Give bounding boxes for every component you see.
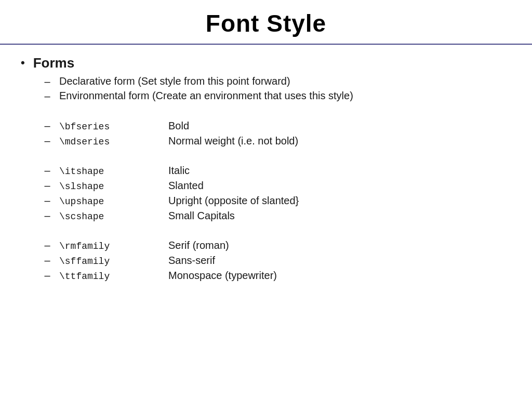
slide-header: Font Style bbox=[0, 0, 532, 45]
ttfamily-desc: Monospace (typewriter) bbox=[168, 270, 277, 282]
dash-icon: – bbox=[43, 180, 52, 192]
list-item: – \scshape Small Capitals bbox=[43, 210, 511, 222]
family-commands-group: – \rmfamily Serif (roman) – \sffamily Sa… bbox=[43, 229, 511, 282]
sffamily-command: \sffamily bbox=[59, 256, 158, 267]
sffamily-desc: Sans-serif bbox=[168, 255, 215, 267]
rmfamily-desc: Serif (roman) bbox=[168, 240, 229, 251]
upshape-command: \upshape bbox=[59, 196, 158, 207]
list-item: – \upshape Upright (opposite of slanted} bbox=[43, 195, 511, 207]
list-item: – \rmfamily Serif (roman) bbox=[43, 240, 511, 251]
list-item: – \sffamily Sans-serif bbox=[43, 255, 511, 267]
slshape-command: \slshape bbox=[59, 181, 158, 192]
slshape-desc: Slanted bbox=[168, 180, 204, 192]
dash-icon: – bbox=[43, 135, 52, 147]
spacer bbox=[43, 110, 511, 120]
forms-label: Forms bbox=[33, 55, 74, 71]
list-item: – \bfseries Bold bbox=[43, 120, 511, 132]
spacer bbox=[43, 154, 511, 165]
slide-content: • Forms – Declarative form (Set style fr… bbox=[0, 45, 532, 295]
list-item: – \itshape Italic bbox=[43, 165, 511, 177]
rmfamily-command: \rmfamily bbox=[59, 241, 158, 251]
dash-icon: – bbox=[43, 120, 52, 132]
spacer bbox=[43, 229, 511, 240]
dash-icon: – bbox=[43, 90, 52, 102]
itshape-desc: Italic bbox=[168, 165, 190, 177]
weight-commands-group: – \bfseries Bold – \mdseries Normal weig… bbox=[43, 110, 511, 147]
itshape-command: \itshape bbox=[59, 166, 158, 177]
list-item: – \ttfamily Monospace (typewriter) bbox=[43, 270, 511, 282]
bullet-point: • bbox=[21, 56, 25, 70]
list-item: – \mdseries Normal weight (i.e. not bold… bbox=[43, 135, 511, 147]
dash-icon: – bbox=[43, 195, 52, 207]
ttfamily-command: \ttfamily bbox=[59, 271, 158, 282]
list-item: – Declarative form (Set style from this … bbox=[43, 75, 511, 88]
dash-icon: – bbox=[43, 210, 52, 222]
dash-icon: – bbox=[43, 76, 52, 88]
forms-subitems: – Declarative form (Set style from this … bbox=[43, 75, 511, 102]
scshape-desc: Small Capitals bbox=[168, 210, 235, 222]
dash-icon: – bbox=[43, 240, 52, 251]
mdseries-command: \mdseries bbox=[59, 137, 158, 147]
dash-icon: – bbox=[43, 270, 52, 282]
upshape-desc: Upright (opposite of slanted} bbox=[168, 195, 299, 207]
environmental-form-text: Environmental form (Create an environmen… bbox=[59, 90, 353, 102]
dash-icon: – bbox=[43, 165, 52, 177]
scshape-command: \scshape bbox=[59, 211, 158, 222]
shape-commands-group: – \itshape Italic – \slshape Slanted – \… bbox=[43, 154, 511, 222]
mdseries-desc: Normal weight (i.e. not bold) bbox=[168, 135, 298, 147]
bfseries-command: \bfseries bbox=[59, 122, 158, 132]
declarative-form-text: Declarative form (Set style from this po… bbox=[59, 75, 290, 87]
list-item: – Environmental form (Create an environm… bbox=[43, 90, 511, 102]
slide: Font Style • Forms – Declarative form (S… bbox=[0, 0, 532, 399]
dash-icon: – bbox=[43, 255, 52, 267]
forms-item: • Forms bbox=[21, 55, 511, 71]
slide-title: Font Style bbox=[10, 9, 522, 37]
list-item: – \slshape Slanted bbox=[43, 180, 511, 192]
bfseries-desc: Bold bbox=[168, 120, 189, 132]
